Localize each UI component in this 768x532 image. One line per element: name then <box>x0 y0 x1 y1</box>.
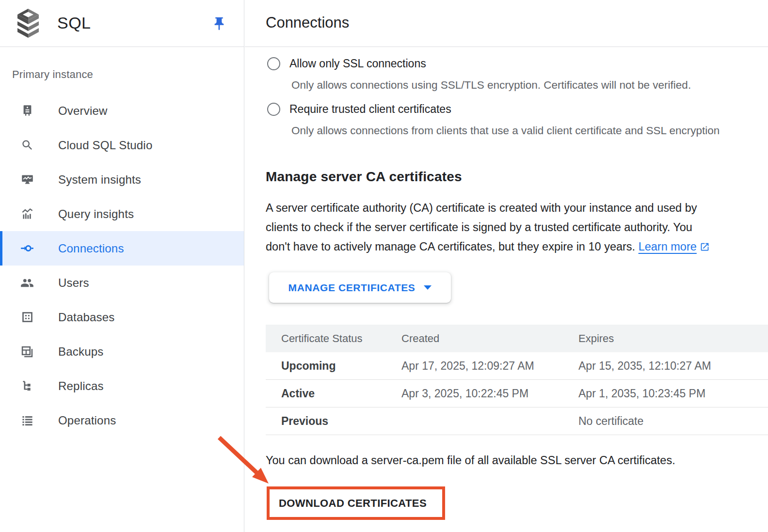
cert-expires-cell: No certificate <box>578 415 768 428</box>
certificates-table: Certificate Status Created Expires Upcom… <box>266 325 768 435</box>
download-certificates-button[interactable]: DOWNLOAD CERTIFICATES <box>270 497 427 510</box>
sql-product-logo-icon <box>15 9 42 39</box>
body-line: A server certificate authority (CA) cert… <box>266 202 697 214</box>
table-header-row: Certificate Status Created Expires <box>266 325 768 352</box>
column-header: Certificate Status <box>266 332 401 345</box>
main-content: Connections Allow only SSL connections O… <box>245 0 768 532</box>
sidebar-item-operations[interactable]: Operations <box>0 403 244 438</box>
sidebar-item-label: Query insights <box>58 207 134 221</box>
section-heading: Manage server CA certificates <box>266 169 462 185</box>
table-row: Upcoming Apr 17, 2025, 12:09:27 AM Apr 1… <box>266 352 768 380</box>
radio-button[interactable] <box>267 57 280 70</box>
instance-section-label: Primary instance <box>12 68 93 81</box>
query-stats-icon <box>20 207 34 221</box>
radio-label[interactable]: Require trusted client certificates <box>289 103 451 116</box>
table-row: Active Apr 3, 2025, 10:22:45 PM Apr 1, 2… <box>266 380 768 407</box>
input-icon <box>20 242 34 255</box>
sidebar-header: SQL <box>0 0 244 47</box>
download-info-text: You can download a server-ca.pem file of… <box>266 454 675 467</box>
sidebar-item-label: Overview <box>58 104 108 118</box>
manage-certificates-button[interactable]: MANAGE CERTIFICATES <box>269 272 451 303</box>
column-header: Created <box>401 332 578 345</box>
ssl-option-description: Only allows connections from clients tha… <box>291 125 720 137</box>
monitoring-icon <box>20 173 34 187</box>
page-header: Connections <box>245 0 768 47</box>
manage-certificates-label: MANAGE CERTIFICATES <box>288 282 416 294</box>
sidebar-item-label: Databases <box>58 311 115 324</box>
cert-status-cell: Upcoming <box>266 360 401 373</box>
radio-button[interactable] <box>267 103 280 116</box>
sidebar-item-replicas[interactable]: Replicas <box>0 369 244 403</box>
sidebar-nav: Overview Cloud SQL Studio System insight… <box>0 94 244 438</box>
sidebar-item-label: System insights <box>58 173 141 187</box>
sidebar-item-cloud-sql-studio[interactable]: Cloud SQL Studio <box>0 128 244 162</box>
sidebar-item-backups[interactable]: Backups <box>0 334 244 369</box>
cert-expires-cell: Apr 1, 2035, 10:23:45 PM <box>578 387 768 400</box>
sidebar-item-system-insights[interactable]: System insights <box>0 162 244 197</box>
sidebar-item-connections[interactable]: Connections <box>0 231 244 266</box>
backup-windows-icon <box>20 345 34 359</box>
cert-expires-cell: Apr 15, 2035, 12:10:27 AM <box>578 360 768 373</box>
radio-label[interactable]: Allow only SSL connections <box>289 57 426 70</box>
cert-status-cell: Previous <box>266 415 401 428</box>
pin-icon[interactable] <box>211 16 227 31</box>
sidebar-item-users[interactable]: Users <box>0 266 244 300</box>
ssl-option-description: Only allows connections using SSL/TLS en… <box>291 79 691 92</box>
sidebar-item-databases[interactable]: Databases <box>0 300 244 334</box>
learn-more-link[interactable]: Learn more <box>639 240 710 253</box>
table-row: Previous No certificate <box>266 407 768 435</box>
database-grid-icon <box>20 311 34 324</box>
ssl-option-require-client-certs: Require trusted client certificates <box>267 103 451 116</box>
sidebar-item-label: Replicas <box>58 379 104 393</box>
tree-icon <box>20 379 34 393</box>
body-line: don't have to actively manage CA certifi… <box>266 240 635 253</box>
search-icon <box>20 139 34 152</box>
column-header: Expires <box>578 332 768 345</box>
sidebar: SQL Primary instance Overview Cloud SQL … <box>0 0 244 532</box>
cert-created-cell: Apr 3, 2025, 10:22:45 PM <box>401 387 578 400</box>
sidebar-item-overview[interactable]: Overview <box>0 94 244 128</box>
body-line: clients to check if the server certifica… <box>266 221 692 234</box>
sidebar-item-label: Connections <box>58 242 124 255</box>
sidebar-item-label: Operations <box>58 414 116 427</box>
sidebar-item-label: Cloud SQL Studio <box>58 139 152 152</box>
sidebar-item-query-insights[interactable]: Query insights <box>0 197 244 231</box>
people-icon <box>20 276 34 290</box>
section-body: A server certificate authority (CA) cert… <box>266 198 755 256</box>
product-title: SQL <box>57 14 91 32</box>
cert-created-cell: Apr 17, 2025, 12:09:27 AM <box>401 360 578 373</box>
annotation-highlight-box: DOWNLOAD CERTIFICATES <box>267 486 445 520</box>
dropdown-caret-icon <box>424 285 432 290</box>
instance-icon <box>20 104 34 118</box>
cert-status-cell: Active <box>266 387 401 400</box>
list-icon <box>20 414 34 427</box>
external-link-icon <box>700 242 710 252</box>
learn-more-label: Learn more <box>639 240 697 253</box>
cloud-sql-console: SQL Primary instance Overview Cloud SQL … <box>0 0 768 532</box>
sidebar-item-label: Backups <box>58 345 103 359</box>
sidebar-item-label: Users <box>58 276 89 290</box>
ssl-option-allow-only-ssl: Allow only SSL connections <box>267 57 426 70</box>
page-title: Connections <box>266 14 349 31</box>
